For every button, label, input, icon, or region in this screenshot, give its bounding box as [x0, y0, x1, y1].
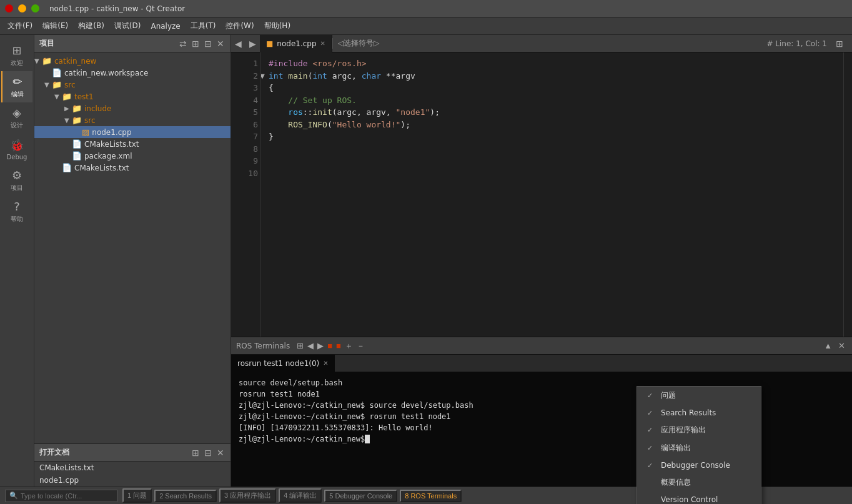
tree-item-node1-cpp[interactable]: ▨node1.cpp — [34, 126, 230, 138]
sidebar-icon-help[interactable]: ?帮助 — [1, 196, 32, 227]
fold-arrow-3[interactable]: ▼ — [261, 70, 265, 82]
tab-next-btn[interactable]: ▶ — [245, 35, 260, 52]
status-search[interactable]: 🔍 — [5, 490, 117, 502]
code-token — [269, 107, 288, 117]
status-item-ROS-Terminals[interactable]: 8 ROS Terminals — [400, 490, 462, 502]
menu-item-构建(B)[interactable]: 构建(B) — [73, 18, 109, 34]
menu-item-工具(T)[interactable]: 工具(T) — [186, 18, 221, 34]
menu-item-帮助(H)[interactable]: 帮助(H) — [259, 18, 295, 34]
editor-tab-node1[interactable]: ■ node1.cpp ✕ — [260, 35, 332, 52]
tree-item-include[interactable]: ▶📁include — [34, 102, 230, 114]
code-token — [269, 120, 288, 129]
menu-item-调试(D)[interactable]: 调试(D) — [109, 18, 146, 34]
close-panel-btn[interactable]: ✕ — [215, 39, 225, 49]
tree-item-package-xml[interactable]: 📄package.xml — [34, 150, 230, 162]
sidebar-label-debug: Debug — [7, 154, 27, 161]
win-max-btn[interactable] — [31, 4, 39, 12]
tree-item-catkin-new-workspace[interactable]: 📄catkin_new.workspace — [34, 67, 230, 79]
tab-cpp-icon: ■ — [266, 39, 273, 48]
tree-item-src[interactable]: ▼📁src — [34, 79, 230, 91]
code-line-6: ros::init(argc, argv, "node1"); — [269, 106, 836, 119]
win-close-btn[interactable] — [5, 4, 13, 12]
line-number-3: 3 — [234, 82, 258, 94]
code-token: int — [312, 71, 332, 81]
search-input[interactable] — [21, 492, 108, 500]
menu-item-控件(W)[interactable]: 控件(W) — [220, 18, 259, 34]
bottom-panel-icon1[interactable]: ⊞ — [295, 340, 305, 352]
code-token: :: — [303, 107, 313, 117]
ctx-item-----[interactable]: ✓编译输出 — [637, 439, 761, 457]
code-token: { — [269, 83, 274, 92]
terminal-tab-0[interactable]: rosrun test1 node1(0) ✕ — [231, 355, 335, 372]
status-item-Debugger-Console[interactable]: 5 Debugger Console — [324, 490, 397, 502]
stop-btn[interactable]: ■ — [325, 340, 334, 352]
win-min-btn[interactable] — [18, 4, 26, 12]
open-docs-close-btn[interactable]: ✕ — [215, 448, 225, 458]
tree-item-CMakeLists-txt[interactable]: 📄CMakeLists.txt — [34, 162, 230, 174]
status-item-Search-Results[interactable]: 2 Search Results — [154, 490, 217, 502]
line-number-1: 1 — [234, 57, 258, 70]
folder-icon: 📁 — [72, 116, 82, 125]
close-terminal-btn[interactable]: ■ — [334, 340, 343, 352]
ctx-item-label: Search Results — [661, 408, 716, 417]
close-bottom-btn[interactable]: ✕ — [836, 340, 847, 352]
open-doc-node1-cpp[interactable]: node1.cpp — [34, 474, 230, 487]
open-docs-split-btn[interactable]: ⊞ — [191, 448, 201, 458]
sidebar-icon-debug[interactable]: 🐞Debug — [1, 134, 32, 165]
sidebar-icon-project[interactable]: ⚙项目 — [1, 165, 32, 196]
tree-item-CMakeLists-txt[interactable]: 📄CMakeLists.txt — [34, 138, 230, 150]
ctx-item---[interactable]: ✓问题 — [637, 387, 761, 405]
code-token: ); — [430, 107, 440, 117]
line-number-2: 2 — [234, 70, 258, 82]
sidebar-icon-design[interactable]: ◈设计 — [1, 102, 32, 134]
menu-item-Analyze[interactable]: Analyze — [146, 19, 185, 33]
sidebar-label-design: 设计 — [11, 121, 23, 130]
bottom-panel-prev[interactable]: ◀ — [305, 340, 315, 352]
code-line-10: } — [269, 131, 836, 143]
tree-item-test1[interactable]: ▼📁test1 — [34, 91, 230, 102]
tree-item-catkin-new[interactable]: ▼📁catkin_new — [34, 55, 230, 67]
collapse-btn[interactable]: ▲ — [822, 340, 834, 352]
sidebar-icon-edit[interactable]: ✏编辑 — [1, 71, 32, 102]
tab-prev-btn[interactable]: ◀ — [231, 35, 245, 52]
editor-tab-close[interactable]: ✕ — [320, 40, 325, 47]
code-token: (argc, argv, — [332, 107, 396, 117]
menu-item-文件(F)[interactable]: 文件(F) — [2, 18, 37, 34]
ctx-item-Search-Results[interactable]: ✓Search Results — [637, 405, 761, 421]
tab-symbol-selector[interactable]: ◁选择符号▷ — [332, 38, 384, 49]
folder-icon: 📁 — [72, 104, 82, 113]
status-item-----[interactable]: 4 编译输出 — [279, 488, 322, 503]
status-item-------[interactable]: 3 应用程序输出 — [219, 488, 276, 503]
code-token: "node1" — [396, 107, 430, 117]
code-token: init — [312, 107, 332, 117]
open-docs-float-btn[interactable]: ⊟ — [203, 448, 213, 458]
code-line-4: { — [269, 82, 836, 94]
split-btn[interactable]: ⊟ — [203, 39, 213, 49]
menu-item-编辑(E)[interactable]: 编辑(E) — [37, 18, 73, 34]
tree-item-src[interactable]: ▼📁src — [34, 114, 230, 126]
expand-editor-btn[interactable]: ⊞ — [832, 35, 847, 52]
ctx-check-icon: ✓ — [647, 462, 656, 470]
sync-btn[interactable]: ⇄ — [178, 39, 188, 49]
ctx-item-Version-Control[interactable]: Version Control — [637, 492, 761, 504]
sidebar-label-project: 项目 — [11, 184, 23, 192]
ctx-item-------[interactable]: ✓应用程序输出 — [637, 421, 761, 439]
open-doc-CMakeLists-txt[interactable]: CMakeLists.txt — [34, 462, 230, 474]
line-number-10: 10 — [234, 167, 258, 180]
ctx-item-----[interactable]: 概要信息 — [637, 473, 761, 492]
filter-btn[interactable]: ⊞ — [191, 39, 201, 49]
code-token: main — [288, 71, 307, 81]
code-content[interactable]: #include <ros/ros.h>▼int main(int argc, … — [261, 52, 843, 337]
status-item---[interactable]: 1 问题 — [122, 488, 152, 503]
ctx-item-Debugger-Console[interactable]: ✓Debugger Console — [637, 457, 761, 473]
tree-item-label: package.xml — [84, 152, 132, 161]
line-number-6: 6 — [234, 119, 258, 131]
add-terminal-btn[interactable]: ＋ — [343, 340, 355, 352]
sidebar-icon-welcome[interactable]: ⊞欢迎 — [1, 40, 32, 71]
terminal-tab-close[interactable]: ✕ — [323, 360, 328, 367]
cpp-file-icon: ▨ — [82, 127, 89, 137]
remove-terminal-btn[interactable]: － — [355, 340, 367, 352]
bottom-panel-next[interactable]: ▶ — [315, 340, 325, 352]
sidebar-label-edit: 编辑 — [11, 90, 24, 99]
tree-item-label: include — [84, 104, 111, 113]
